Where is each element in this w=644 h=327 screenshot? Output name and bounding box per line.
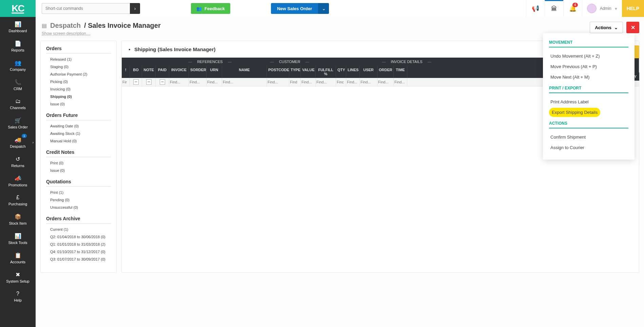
filter-input[interactable]: [394, 80, 406, 84]
nav-reports[interactable]: 📄Reports: [0, 36, 36, 56]
filter-input[interactable]: [122, 80, 129, 84]
list-item[interactable]: Awaiting Stock (1): [46, 130, 111, 137]
col-qty[interactable]: QTY: [336, 66, 346, 78]
dropdown-item[interactable]: Export Shipping Details: [549, 107, 628, 118]
nav-stock-tools[interactable]: 📊Stock Tools: [0, 229, 36, 248]
list-item[interactable]: Current (1): [46, 226, 111, 233]
filter-input[interactable]: [337, 80, 345, 84]
chevron-down-icon: ⌄: [614, 25, 618, 30]
col-paid[interactable]: PAID: [156, 66, 169, 78]
list-item[interactable]: Unsuccessful (0): [46, 204, 111, 211]
list-item[interactable]: Awaiting Date (0): [46, 122, 111, 130]
list-item[interactable]: Issue (0): [46, 100, 111, 108]
filter-input[interactable]: [301, 80, 315, 84]
warehouse-icon[interactable]: 🏛: [545, 0, 563, 17]
filter-input[interactable]: [290, 80, 300, 84]
col-name[interactable]: NAME: [222, 66, 267, 78]
filter-input[interactable]: [170, 80, 188, 84]
col-lines[interactable]: LINES: [346, 66, 360, 78]
col-type[interactable]: TYPE: [289, 66, 301, 78]
list-item[interactable]: Q2: 01/04/2018 to 30/06/2018 (0): [46, 233, 111, 241]
list-item[interactable]: Print (0): [46, 159, 111, 167]
filter-input[interactable]: [360, 80, 376, 84]
nav-company[interactable]: 👥Company: [0, 56, 36, 75]
filter-toggle[interactable]: −: [146, 79, 152, 85]
filter-input[interactable]: [347, 80, 359, 84]
announce-icon[interactable]: 📢: [526, 0, 545, 17]
col-bo[interactable]: BO: [130, 66, 142, 78]
col-time[interactable]: TIME: [394, 66, 407, 78]
col-note[interactable]: NOTE: [142, 66, 156, 78]
filter-toggle[interactable]: −: [133, 79, 139, 85]
col-postcode[interactable]: POSTCODE: [267, 66, 289, 78]
filter-input[interactable]: [316, 80, 335, 84]
nav-returns[interactable]: ↺Returns: [0, 152, 36, 171]
notifications-icon[interactable]: 🔔4: [563, 0, 582, 17]
close-button[interactable]: ✕: [626, 22, 639, 33]
dropdown-item[interactable]: Assign to Courier: [549, 142, 628, 153]
new-sales-order-button[interactable]: New Sales Order: [271, 3, 318, 14]
nav-despatch[interactable]: 🚚Despatch1›: [0, 132, 36, 152]
list-item[interactable]: Q3: 01/07/2017 to 30/09/2017 (0): [46, 256, 111, 263]
dropdown-section: ACTIONS: [549, 121, 628, 128]
nav-stock-item[interactable]: 📦Stock Item: [0, 209, 36, 229]
list-item[interactable]: Pending (0): [46, 196, 111, 204]
col-invoice[interactable]: INVOICE: [169, 66, 189, 78]
filter-input[interactable]: [268, 80, 288, 84]
col-urn[interactable]: URN: [207, 66, 222, 78]
dropdown-item[interactable]: Confirm Shipment: [549, 132, 628, 142]
list-item[interactable]: Print (1): [46, 189, 111, 196]
dropdown-item[interactable]: Print Address Label: [549, 97, 628, 107]
nav-icon: 👥: [1, 60, 34, 66]
nav-system-setup[interactable]: ✖System Setup: [0, 267, 36, 287]
nav-channels[interactable]: 🗂Channels: [0, 94, 36, 113]
filter-input[interactable]: [190, 80, 206, 84]
nav-promotions[interactable]: 📣Promotions: [0, 171, 36, 190]
admin-menu[interactable]: Admin ▾: [582, 0, 622, 17]
dropdown-item[interactable]: Move Previous (Alt + P): [549, 61, 628, 72]
nav-purchasing[interactable]: £Purchasing: [0, 190, 36, 209]
filter-toggle[interactable]: −: [160, 79, 165, 85]
avatar: [587, 4, 597, 13]
logo[interactable]: KC: [0, 0, 36, 17]
breadcrumb-parent[interactable]: Despatch: [50, 22, 81, 29]
nav-accounts[interactable]: 📋Accounts: [0, 248, 36, 267]
feedback-button[interactable]: 👥Feedback: [191, 3, 230, 14]
nav-help[interactable]: ?Help: [0, 287, 36, 306]
filter-input[interactable]: [207, 80, 221, 84]
col-sorder[interactable]: SORDER: [189, 66, 207, 78]
list-item[interactable]: Staging (0): [46, 63, 111, 70]
shortcut-input[interactable]: [42, 3, 130, 14]
list-item[interactable]: Manual Hold (0): [46, 137, 111, 145]
list-item[interactable]: Q1: 01/01/2018 to 31/03/2018 (2): [46, 241, 111, 248]
new-sales-caret[interactable]: ⌄: [318, 3, 329, 14]
shortcut-submit[interactable]: ›: [130, 3, 140, 14]
list-item[interactable]: Shipping (0): [46, 93, 111, 100]
sidenav: 📊Dashboard📄Reports👥Company📞CRM🗂Channels🛒…: [0, 17, 36, 327]
left-panel: OrdersReleased (1)Staging (0)Authorise P…: [40, 41, 117, 273]
nav-icon: 📦: [1, 213, 34, 220]
col-value[interactable]: VALUE: [301, 66, 316, 78]
filter-input[interactable]: [378, 80, 393, 84]
nav-icon: 🗂: [1, 98, 34, 104]
help-button[interactable]: HELP: [622, 0, 644, 17]
list-item[interactable]: Released (1): [46, 56, 111, 63]
col-![interactable]: !: [122, 66, 130, 78]
list-item[interactable]: Authorise Payment (2): [46, 70, 111, 78]
list-item[interactable]: Picking (0): [46, 78, 111, 85]
col-order[interactable]: ORDER: [377, 66, 394, 78]
list-item[interactable]: Q4: 01/10/2017 to 31/12/2017 (0): [46, 248, 111, 256]
list-item[interactable]: Issue (0): [46, 167, 111, 174]
dropdown-item[interactable]: Undo Movement (Alt + Z): [549, 51, 628, 61]
col-fulfill %[interactable]: FULFILL %: [316, 66, 336, 78]
col-user[interactable]: USER: [360, 66, 377, 78]
nav-dashboard[interactable]: 📊Dashboard: [0, 17, 36, 36]
show-description-link[interactable]: Show screen description....: [42, 31, 91, 36]
nav-sales-order[interactable]: 🛒Sales Order: [0, 113, 36, 132]
dropdown-item[interactable]: Move Next (Alt + M): [549, 72, 628, 82]
actions-button[interactable]: Actions ⌄: [590, 22, 623, 33]
nav-crm[interactable]: 📞CRM: [0, 75, 36, 94]
list-item[interactable]: Invoicing (0): [46, 85, 111, 93]
filter-input[interactable]: [223, 80, 266, 84]
dropdown-section: PRINT / EXPORT: [549, 86, 628, 93]
